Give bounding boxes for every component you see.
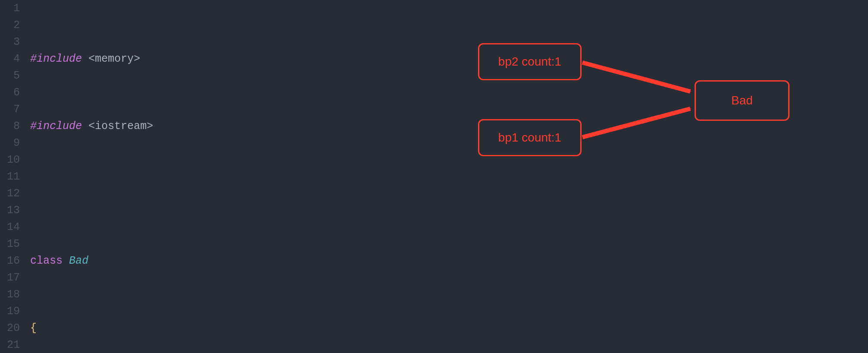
line-number: 4 [0, 50, 20, 67]
diagram-box-bp2: bp2 count:1 [478, 43, 582, 80]
line-number: 17 [0, 269, 20, 286]
line-gutter: 1 2 3 4 5 6 7 8 9 10 11 12 13 14 15 16 1… [0, 0, 26, 353]
include-path: <iostream> [88, 120, 153, 132]
line-number: 21 [0, 337, 20, 353]
preprocessor: #include [30, 53, 82, 65]
line-number: 12 [0, 185, 20, 202]
line-number: 20 [0, 320, 20, 337]
code-line [30, 185, 483, 202]
line-number: 16 [0, 252, 20, 269]
line-number: 11 [0, 168, 20, 185]
line-number: 8 [0, 118, 20, 135]
line-number: 10 [0, 151, 20, 168]
line-number: 3 [0, 34, 20, 50]
code-line: class Bad [30, 252, 483, 269]
line-number: 18 [0, 286, 20, 303]
code-line: #include <iostream> [30, 118, 483, 135]
preprocessor: #include [30, 120, 82, 132]
line-number: 5 [0, 67, 20, 84]
code-line: #include <memory> [30, 50, 483, 67]
code-editor: 1 2 3 4 5 6 7 8 9 10 11 12 13 14 15 16 1… [0, 0, 868, 353]
line-number: 19 [0, 303, 20, 320]
keyword-class: class [30, 255, 63, 267]
line-number: 13 [0, 202, 20, 219]
diagram-box-bad: Bad [695, 80, 789, 121]
brace-open: { [30, 322, 37, 334]
code-area[interactable]: #include <memory> #include <iostream> cl… [26, 0, 483, 353]
type-name: Bad [69, 255, 88, 267]
line-number: 7 [0, 101, 20, 118]
line-number: 14 [0, 219, 20, 236]
code-line: { [30, 320, 483, 337]
line-number: 2 [0, 17, 20, 34]
line-number: 9 [0, 135, 20, 151]
line-number: 6 [0, 84, 20, 101]
line-number: 1 [0, 0, 20, 17]
line-number: 15 [0, 236, 20, 252]
include-path: <memory> [88, 53, 140, 65]
diagram-box-bp1: bp1 count:1 [478, 119, 582, 156]
